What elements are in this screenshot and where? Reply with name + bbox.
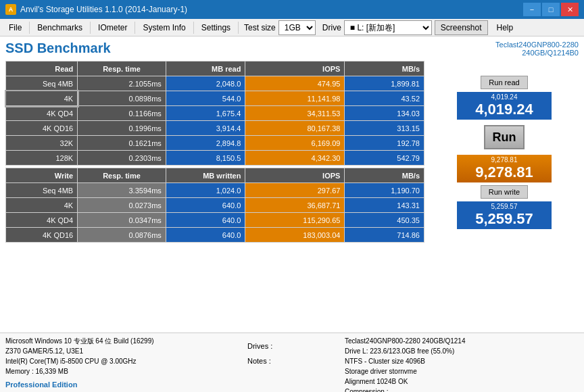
- col-write-mbs: MB/s: [345, 168, 424, 183]
- overall-score-box: 9,278.81 9,278.81: [457, 155, 552, 182]
- write-resp: 3.3594ms: [78, 183, 166, 198]
- menu-file[interactable]: File: [3, 20, 28, 35]
- write-label: Seq 4MB: [6, 183, 78, 198]
- read-resp: 0.2303ms: [78, 151, 166, 166]
- write-iops: 183,003.04: [245, 228, 345, 243]
- read-label: 4K: [6, 91, 78, 106]
- testsize-label: Test size: [244, 23, 276, 32]
- col-resp-time: Resp. time: [78, 62, 166, 76]
- read-mbs: 134.03: [345, 106, 424, 121]
- menu-benchmarks[interactable]: Benchmarks: [31, 20, 89, 35]
- col-read: Read: [6, 62, 78, 76]
- read-mb: 2,894.8: [166, 136, 245, 151]
- drives-notes: Drives : Notes :: [245, 336, 339, 389]
- read-label: 4K QD16: [6, 121, 78, 136]
- read-mb: 3,914.4: [166, 121, 245, 136]
- write-score-box: 5,259.57 5,259.57: [457, 201, 552, 229]
- run-read-button[interactable]: Run read: [481, 76, 528, 89]
- write-table-row: 4K QD16 0.0876ms 640.0 183,003.04 714.86: [6, 228, 424, 243]
- read-mb: 544.0: [166, 91, 245, 106]
- device-info: Teclast240GNP800-2280 240GB/Q1214B0: [495, 41, 579, 57]
- col-mb-written: MB written: [166, 168, 245, 183]
- read-resp: 0.0898ms: [78, 91, 166, 106]
- drive-label: Drive: [322, 23, 341, 32]
- read-label: 128K: [6, 151, 78, 166]
- write-table-row: 4K 0.0273ms 640.0 36,687.71 143.31: [6, 198, 424, 213]
- read-table-row: 4K QD16 0.1996ms 3,914.4 80,167.38 313.1…: [6, 121, 424, 136]
- write-mb: 640.0: [166, 198, 245, 213]
- write-resp: 0.0876ms: [78, 228, 166, 243]
- col-mb-read: MB read: [166, 62, 245, 76]
- menu-separator: [29, 22, 30, 34]
- read-iops: 4,342.30: [245, 151, 345, 166]
- run-write-button[interactable]: Run write: [481, 185, 528, 199]
- menu-separator5: [238, 22, 239, 34]
- read-mbs: 192.78: [345, 136, 424, 151]
- minimize-button[interactable]: −: [523, 3, 541, 16]
- window-title: Anvil's Storage Utilities 1.1.0 (2014-Ja…: [20, 5, 523, 14]
- read-iops: 6,169.09: [245, 136, 345, 151]
- col-mbs: MB/s: [345, 62, 424, 76]
- read-mb: 1,675.4: [166, 106, 245, 121]
- read-table-row: 32K 0.1621ms 2,894.8 6,169.09 192.78: [6, 136, 424, 151]
- read-table-row: 128K 0.2303ms 8,150.5 4,342.30 542.79: [6, 151, 424, 166]
- read-resp: 0.1166ms: [78, 106, 166, 121]
- read-iops: 474.95: [245, 76, 345, 91]
- read-resp: 0.1621ms: [78, 136, 166, 151]
- menu-separator4: [193, 22, 194, 34]
- write-mbs: 1,190.70: [345, 183, 424, 198]
- read-resp: 2.1055ms: [78, 76, 166, 91]
- read-table-row: 4K 0.0898ms 544.0 11,141.98 43.52: [6, 91, 424, 106]
- write-mb: 1,024.0: [166, 183, 245, 198]
- close-button[interactable]: ✕: [561, 3, 579, 16]
- system-info: Microsoft Windows 10 专业版 64 位 Build (162…: [5, 336, 239, 389]
- write-label: 4K QD16: [6, 228, 78, 243]
- screenshot-button[interactable]: Screenshot: [435, 20, 488, 35]
- run-button[interactable]: Run: [484, 125, 525, 149]
- write-table-row: Seq 4MB 3.3594ms 1,024.0 297.67 1,190.70: [6, 183, 424, 198]
- read-table-row: Seq 4MB 2.1055ms 2,048.0 474.95 1,899.81: [6, 76, 424, 91]
- drive-details: Teclast240GNP800-2280 240GB/Q1214 Drive …: [345, 336, 579, 389]
- write-resp: 0.0273ms: [78, 198, 166, 213]
- read-label: 4K QD4: [6, 106, 78, 121]
- maximize-button[interactable]: □: [542, 3, 560, 16]
- write-mbs: 143.31: [345, 198, 424, 213]
- read-label: 32K: [6, 136, 78, 151]
- menu-settings[interactable]: Settings: [195, 20, 237, 35]
- write-mb: 640.0: [166, 213, 245, 228]
- professional-edition: Professional Edition: [5, 379, 239, 391]
- menu-help[interactable]: Help: [491, 20, 520, 35]
- read-mb: 2,048.0: [166, 76, 245, 91]
- write-iops: 115,290.65: [245, 213, 345, 228]
- menu-separator2: [90, 22, 91, 34]
- write-label: 4K QD4: [6, 213, 78, 228]
- read-resp: 0.1996ms: [78, 121, 166, 136]
- write-iops: 297.67: [245, 183, 345, 198]
- col-write-resp: Resp. time: [78, 168, 166, 183]
- testsize-select[interactable]: 1GB: [278, 20, 316, 35]
- write-table-row: 4K QD4 0.0347ms 640.0 115,290.65 450.35: [6, 213, 424, 228]
- page-title: SSD Benchmark: [5, 41, 111, 56]
- write-label: 4K: [6, 198, 78, 213]
- col-write-iops: IOPS: [245, 168, 345, 183]
- col-iops: IOPS: [245, 62, 345, 76]
- menu-separator3: [135, 22, 135, 34]
- read-mbs: 1,899.81: [345, 76, 424, 91]
- write-mb: 640.0: [166, 228, 245, 243]
- menu-sysinfo[interactable]: System Info: [137, 20, 191, 35]
- write-mbs: 714.86: [345, 228, 424, 243]
- col-write: Write: [6, 168, 78, 183]
- write-resp: 0.0347ms: [78, 213, 166, 228]
- read-mbs: 313.15: [345, 121, 424, 136]
- read-mb: 8,150.5: [166, 151, 245, 166]
- read-iops: 11,141.98: [245, 91, 345, 106]
- app-icon: A: [5, 4, 16, 15]
- read-score-box: 4,019.24 4,019.24: [457, 92, 552, 120]
- read-table-row: 4K QD4 0.1166ms 1,675.4 34,311.53 134.03: [6, 106, 424, 121]
- drive-select[interactable]: ■ L: [新加卷]: [344, 20, 432, 35]
- read-iops: 80,167.38: [245, 121, 345, 136]
- menu-iometer[interactable]: IOmeter: [92, 20, 133, 35]
- write-mbs: 450.35: [345, 213, 424, 228]
- read-mbs: 43.52: [345, 91, 424, 106]
- read-iops: 34,311.53: [245, 106, 345, 121]
